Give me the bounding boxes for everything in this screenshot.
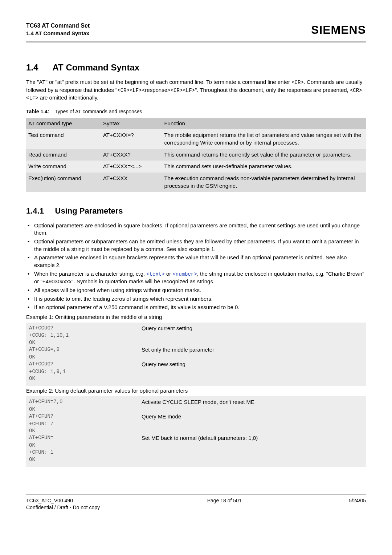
header-rule (26, 41, 366, 42)
example-row: OK (29, 375, 363, 382)
terminal-text: +CCUG: 1,10,1 (29, 332, 142, 339)
comment-text (142, 354, 363, 361)
crlf-literal-2: <CR><LF> (171, 88, 195, 93)
cell-syntax: AT+CXXX? (101, 149, 162, 161)
intro-text-4: are omitted intentionally. (38, 94, 99, 101)
page-footer: TC63_ATC_V00.490 Confidential / Draft - … (26, 494, 366, 511)
comment-text (142, 421, 363, 428)
section-1-4-heading: 1.4 AT Command Syntax (26, 61, 366, 73)
th-syntax: Syntax (101, 118, 162, 130)
terminal-text: AT+CFUN=7,0 (29, 398, 142, 406)
table-row: Exec(ution) command AT+CXXX The executio… (26, 173, 366, 192)
comment-text (142, 449, 363, 456)
example-1-caption: Example 1: Omitting parameters in the mi… (26, 313, 366, 321)
comment-text: Query current setting (142, 325, 363, 332)
terminal-text: AT+CCUG=,9 (29, 346, 142, 354)
cell-func: The mobile equipment returns the list of… (162, 129, 366, 149)
list-item: All spaces will be ignored when using st… (26, 287, 366, 294)
cr-literal: <CR> (291, 80, 304, 85)
footer-confidential: Confidential / Draft - Do not copy (26, 504, 100, 511)
table-row: Test command AT+CXXX=? The mobile equipm… (26, 129, 366, 149)
list-item: It is possible to omit the leading zeros… (26, 295, 366, 303)
cell-type: Exec(ution) command (26, 173, 101, 192)
th-function: Function (162, 118, 366, 130)
comment-text: Set only the middle parameter (142, 346, 363, 354)
example-row: +CCUG: 1,9,1 (29, 368, 363, 375)
comment-text (142, 368, 363, 375)
cell-syntax: AT+CXXX (101, 173, 162, 192)
footer-page: Page 18 of 501 (207, 497, 242, 511)
cell-func: This command returns the currently set v… (162, 149, 366, 161)
section-num: 1.4 (26, 62, 38, 72)
comment-text: Query ME mode (142, 413, 363, 421)
siemens-logo: SIEMENS (311, 22, 366, 38)
terminal-text: +CCUG: 1,9,1 (29, 368, 142, 375)
intro-text-3: ". Throughout this document, only the re… (195, 87, 350, 93)
bullet-text: When the parameter is a character string… (34, 271, 146, 277)
bullet-list: Optional parameters are enclosed in squa… (26, 222, 366, 311)
intro-paragraph: The "AT" or "at" prefix must be set at t… (26, 78, 366, 102)
example-1-block: AT+CCUG?Query current setting +CCUG: 1,1… (26, 323, 366, 386)
table-row: Read command AT+CXXX? This command retur… (26, 149, 366, 161)
section-title: Using Parameters (55, 206, 123, 215)
cell-type: Test command (26, 129, 101, 149)
table-label: Table 1.4: (26, 109, 49, 114)
comment-text (142, 339, 363, 346)
example-row: +CFUN: 7 (29, 421, 363, 428)
example-row: AT+CCUG=,9Set only the middle parameter (29, 346, 363, 354)
table-caption-text: Types of AT commands and responses (55, 109, 142, 114)
cell-type: Write command (26, 161, 101, 173)
footer-date: 5/24/05 (349, 497, 366, 511)
terminal-text: AT+CCUG? (29, 361, 142, 368)
list-item: A parameter value enclosed in square bra… (26, 254, 366, 269)
section-1-4-1-heading: 1.4.1 Using Parameters (26, 206, 366, 216)
section-title: AT Command Syntax (53, 62, 140, 72)
cell-syntax: AT+CXXX=? (101, 129, 162, 149)
example-row: AT+CCUG?Query new setting (29, 361, 363, 368)
example-row: OK (29, 339, 363, 346)
cell-syntax: AT+CXXX=<...> (101, 161, 162, 173)
comment-text: Activate CYCLIC SLEEP mode, don't reset … (142, 398, 363, 406)
comment-text (142, 375, 363, 382)
section-num: 1.4.1 (26, 206, 44, 215)
terminal-text: OK (29, 456, 142, 463)
table-row: Write command AT+CXXX=<...> This command… (26, 161, 366, 173)
example-row: OK (29, 354, 363, 361)
terminal-text: AT+CFUN= (29, 434, 142, 442)
comment-text (142, 332, 363, 339)
terminal-text: OK (29, 406, 142, 413)
example-2-block: AT+CFUN=7,0Activate CYCLIC SLEEP mode, d… (26, 396, 366, 467)
terminal-text: OK (29, 354, 142, 361)
example-row: AT+CFUN=Set ME back to normal (default p… (29, 434, 363, 442)
comment-text: Set ME back to normal (default parameter… (142, 434, 363, 442)
example-row: OK (29, 406, 363, 413)
comment-text (142, 456, 363, 463)
terminal-text: +CFUN: 1 (29, 449, 142, 456)
cell-func: The execution command reads non-variable… (162, 173, 366, 192)
example-row: +CCUG: 1,10,1 (29, 332, 363, 339)
list-item: When the parameter is a character string… (26, 270, 366, 285)
comment-text (142, 442, 363, 449)
doc-title: TC63 AT Command Set (26, 22, 90, 30)
text-link[interactable]: <text> (146, 271, 164, 277)
terminal-text: AT+CCUG? (29, 325, 142, 332)
header-left: TC63 AT Command Set 1.4 AT Command Synta… (26, 22, 90, 37)
table-header-row: AT command type Syntax Function (26, 118, 366, 130)
terminal-text: AT+CFUN? (29, 413, 142, 421)
list-item: Optional parameters or subparameters can… (26, 238, 366, 253)
terminal-text: +CFUN: 7 (29, 421, 142, 428)
bullet-text: or (165, 271, 173, 277)
footer-left: TC63_ATC_V00.490 Confidential / Draft - … (26, 497, 100, 511)
cell-func: This command sets user-definable paramet… (162, 161, 366, 173)
example-row: OK (29, 456, 363, 463)
terminal-text: OK (29, 375, 142, 382)
comment-text: Query new setting (142, 361, 363, 368)
list-item: Optional parameters are enclosed in squa… (26, 222, 366, 237)
th-type: AT command type (26, 118, 101, 130)
comment-text (142, 428, 363, 434)
example-row: OK (29, 428, 363, 434)
terminal-text: OK (29, 442, 142, 449)
at-command-types-table: AT command type Syntax Function Test com… (26, 118, 366, 192)
response-literal: <response> (142, 87, 171, 93)
number-link[interactable]: <number> (172, 271, 197, 277)
